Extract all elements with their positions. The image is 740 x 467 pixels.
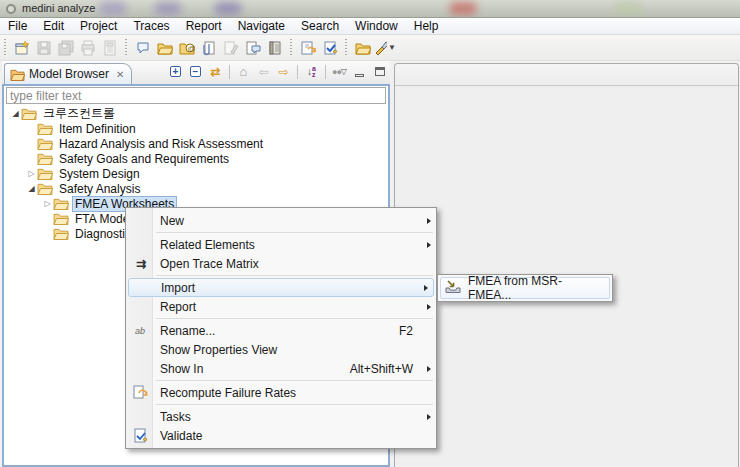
tree-item-label: Safety Analysis — [57, 182, 142, 196]
svg-text:@: @ — [188, 44, 195, 53]
menu-item-rename[interactable]: ab Rename... F2 — [126, 321, 436, 340]
attach-document-icon[interactable] — [198, 37, 220, 59]
print-icon[interactable] — [77, 37, 99, 59]
editor-tab-area — [395, 64, 738, 86]
background-blur-blob — [155, 2, 181, 15]
menu-project[interactable]: Project — [72, 18, 125, 35]
main-toolbar: @ ▼ — [0, 35, 740, 61]
menu-search[interactable]: Search — [293, 18, 347, 35]
edit-document-icon[interactable] — [220, 37, 242, 59]
folder-icon — [37, 182, 53, 195]
import-fmea-icon — [445, 279, 461, 297]
context-menu: New Related Elements ⇉ Open Trace Matrix… — [125, 207, 437, 449]
background-blur-blob — [450, 2, 476, 15]
menu-item-related-elements[interactable]: Related Elements — [126, 235, 436, 254]
tree-item-label: 크루즈컨트롤 — [41, 105, 117, 122]
dropdown-caret-icon: ▼ — [388, 43, 396, 52]
title-bar: medini analyze — [0, 0, 740, 18]
menu-bar: File Edit Project Traces Report Navigate… — [0, 18, 740, 35]
tree-item-hazard-analysis[interactable]: Hazard Analysis and Risk Assessment — [4, 136, 388, 151]
folder-icon — [37, 122, 53, 135]
filter-input[interactable] — [6, 87, 386, 104]
maximize-icon[interactable] — [371, 63, 388, 80]
toolbar-separator — [229, 65, 230, 79]
tree-item-safety-analysis[interactable]: ◢ Safety Analysis — [4, 181, 388, 196]
menu-item-show-properties-view[interactable]: Show Properties View — [126, 340, 436, 359]
minimize-icon[interactable] — [351, 63, 368, 80]
link-with-editor-icon[interactable]: ⇄ — [207, 63, 224, 80]
validate-icon[interactable] — [319, 37, 341, 59]
tree-item-cruise-control[interactable]: ◢ 크루즈컨트롤 — [4, 106, 388, 121]
tree-item-label: Hazard Analysis and Risk Assessment — [57, 137, 265, 151]
open-resource-icon[interactable] — [352, 37, 374, 59]
expand-all-icon[interactable]: + — [167, 63, 184, 80]
folder-icon — [53, 227, 69, 240]
menu-item-import[interactable]: Import — [128, 278, 434, 297]
toolbar-drag-handle — [343, 39, 350, 57]
tab-title: Model Browser — [29, 67, 109, 81]
folder-icon — [37, 167, 53, 180]
collapse-all-icon[interactable]: − — [187, 63, 204, 80]
menu-navigate[interactable]: Navigate — [230, 18, 293, 35]
document-comment-icon[interactable] — [242, 37, 264, 59]
menu-report[interactable]: Report — [178, 18, 230, 35]
tree-item-item-definition[interactable]: Item Definition — [4, 121, 388, 136]
menu-item-show-in[interactable]: Show In Alt+Shift+W — [126, 359, 436, 378]
sort-alphabetically-icon[interactable]: ↓az — [303, 63, 320, 80]
toolbar-drag-handle — [2, 39, 9, 57]
save-all-icon[interactable] — [55, 37, 77, 59]
menu-item-label: FMEA from MSR-FMEA... — [468, 274, 603, 302]
tree-item-label: Item Definition — [57, 122, 138, 136]
report-template-icon[interactable] — [99, 37, 121, 59]
menu-traces[interactable]: Traces — [125, 18, 177, 35]
home-icon[interactable]: ⌂ — [235, 63, 252, 80]
expanded-arrow-icon[interactable]: ◢ — [26, 184, 37, 193]
view-menu-icon[interactable]: ●●▽ — [331, 63, 348, 80]
menu-window[interactable]: Window — [347, 18, 406, 35]
new-wizard-icon[interactable] — [11, 37, 33, 59]
format-brush-icon[interactable]: ▼ — [374, 37, 396, 59]
expanded-arrow-icon[interactable]: ◢ — [10, 109, 21, 118]
menu-help[interactable]: Help — [406, 18, 447, 35]
menu-edit[interactable]: Edit — [35, 18, 72, 35]
notebook-icon[interactable] — [264, 37, 286, 59]
import-submenu: FMEA from MSR-FMEA... — [437, 274, 613, 302]
folder-icon — [53, 197, 69, 210]
menu-item-report[interactable]: Report — [126, 297, 436, 316]
submenu-arrow-icon — [421, 218, 431, 224]
tab-model-browser[interactable]: Model Browser ✕ — [4, 63, 132, 84]
forward-icon[interactable]: ⇨ — [275, 63, 292, 80]
collapsed-arrow-icon[interactable]: ▷ — [42, 199, 53, 208]
menu-item-validate[interactable]: Validate — [126, 426, 436, 445]
close-icon[interactable]: ✕ — [116, 69, 124, 80]
toolbar-drag-handle — [288, 39, 295, 57]
tree-item-label: FTA Mode — [73, 212, 131, 226]
menu-item-tasks[interactable]: Tasks — [126, 407, 436, 426]
open-folder-icon[interactable] — [154, 37, 176, 59]
folder-icon — [21, 107, 37, 120]
shortcut-label: Alt+Shift+W — [350, 362, 413, 376]
menu-item-new[interactable]: New — [126, 211, 436, 230]
editor-area — [394, 63, 739, 467]
back-icon[interactable]: ⇦ — [255, 63, 272, 80]
save-icon[interactable] — [33, 37, 55, 59]
app-icon — [6, 4, 16, 14]
folder-at-icon[interactable]: @ — [176, 37, 198, 59]
tree-item-system-design[interactable]: ▷ System Design — [4, 166, 388, 181]
menu-item-fmea-from-msr-fmea[interactable]: FMEA from MSR-FMEA... — [440, 277, 610, 299]
menu-file[interactable]: File — [0, 18, 35, 35]
menu-item-open-trace-matrix[interactable]: ⇉ Open Trace Matrix — [126, 254, 436, 273]
tree-item-safety-goals[interactable]: Safety Goals and Requirements — [4, 151, 388, 166]
folder-icon — [10, 68, 25, 81]
menu-item-recompute-failure-rates[interactable]: Recompute Failure Rates — [126, 383, 436, 402]
recompute-failure-rates-icon[interactable] — [297, 37, 319, 59]
trace-matrix-icon: ⇉ — [126, 257, 154, 271]
submenu-arrow-icon — [421, 242, 431, 248]
background-blur-blob — [615, 2, 641, 15]
comment-icon[interactable] — [132, 37, 154, 59]
view-header: Model Browser ✕ + − ⇄ ⌂ ⇦ ⇨ ↓az ●●▽ — [2, 61, 390, 84]
validate-icon — [126, 428, 154, 443]
recompute-icon — [126, 385, 154, 400]
view-toolbar: + − ⇄ ⌂ ⇦ ⇨ ↓az ●●▽ — [167, 63, 388, 80]
collapsed-arrow-icon[interactable]: ▷ — [26, 169, 37, 178]
